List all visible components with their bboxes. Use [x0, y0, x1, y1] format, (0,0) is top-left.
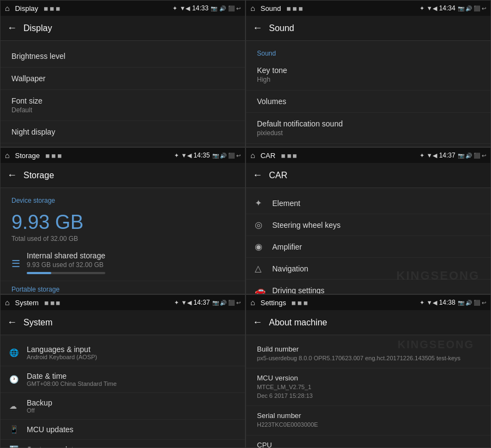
display-brightness-item[interactable]: Brightness level [1, 45, 245, 68]
car-amplifier-label: Amplifier [272, 243, 302, 251]
storage-size-section: 9.93 GB Total used of 32.00 GB [1, 207, 245, 247]
sound-content: Sound Key tone High Volumes Default noti… [246, 41, 490, 147]
system-backup-icon: ☁ [9, 402, 27, 410]
car-element-item[interactable]: ✦ Element [246, 192, 490, 214]
system-bluetooth-icon: ✦ [174, 299, 179, 306]
display-touchassist-item[interactable]: Touch Assistive [1, 143, 245, 147]
display-nav-title: Display [23, 23, 52, 33]
storage-internal-item[interactable]: ☰ Internal shared storage 9.93 GB used o… [1, 247, 245, 281]
about-misc-icons: 📷 🔊 ⬛ ↩ [458, 300, 486, 306]
car-amplifier-item[interactable]: ◉ Amplifier [246, 236, 490, 258]
car-status-title: CAR [260, 152, 275, 160]
display-status-bar: ⌂ Display ◼ ◼ ◼ ✦ ▼◀ 14:33 📷 🔊 ⬛ ↩ [1, 1, 245, 16]
about-nav-title: About machine [269, 318, 327, 328]
sound-section-header: Sound [246, 45, 490, 59]
system-language-item[interactable]: 🌐 Languages & input Android Keyboard (AO… [1, 340, 245, 366]
sound-keytone-sub: High [257, 76, 480, 83]
display-panel: ⌂ Display ◼ ◼ ◼ ✦ ▼◀ 14:33 📷 🔊 ⬛ ↩ ← Dis… [0, 0, 246, 147]
display-home-icon[interactable]: ⌂ [5, 4, 9, 13]
sound-panel: ⌂ Sound ◼ ◼ ◼ ✦ ▼◀ 14:34 📷 🔊 ⬛ ↩ ← Sound… [246, 0, 491, 147]
system-datetime-title: Date & time [27, 372, 117, 380]
system-status-title: System [15, 299, 38, 307]
system-content: 🌐 Languages & input Android Keyboard (AO… [1, 335, 245, 447]
system-status-bar: ⌂ System ◼ ◼ ◼ ✦ ▼◀ 14:37 📷 🔊 ⬛ ↩ [1, 295, 245, 310]
storage-internal-title: Internal shared storage [27, 251, 105, 260]
about-home-icon[interactable]: ⌂ [250, 298, 255, 307]
system-mcu-icon: 📱 [9, 425, 27, 434]
sound-home-icon[interactable]: ⌂ [250, 4, 255, 13]
car-amplifier-icon: ◉ [255, 241, 272, 252]
storage-time: 14:35 [194, 152, 210, 159]
about-serial-item: Serial number H223TKC0E0003000E [246, 406, 490, 435]
display-fontsize-item[interactable]: Font size Default [1, 90, 245, 121]
about-cpu-title: CPU [257, 441, 480, 447]
system-datetime-item[interactable]: 🕐 Date & time GMT+08:00 China Standard T… [1, 366, 245, 393]
system-panel: ⌂ System ◼ ◼ ◼ ✦ ▼◀ 14:37 📷 🔊 ⬛ ↩ ← Syst… [0, 294, 246, 448]
display-nightdisplay-title: Night display [11, 128, 234, 136]
about-serial-title: Serial number [257, 411, 480, 420]
about-bluetooth-icon: ✦ [420, 299, 424, 306]
sound-notif-item[interactable]: Default notification sound pixiedust [246, 113, 490, 144]
system-language-title: Languages & input [27, 345, 97, 354]
system-home-icon[interactable]: ⌂ [5, 298, 9, 307]
storage-device-label: Device storage [1, 192, 245, 207]
car-driving-item[interactable]: 🚗 Driving settings [246, 280, 490, 294]
car-back-button[interactable]: ← [253, 169, 262, 181]
sound-nav-bar: ← Sound [246, 16, 490, 41]
car-signal-icon: ▼◀ [427, 152, 437, 159]
about-serial-value: H223TKC0E0003000E [257, 421, 480, 429]
car-steering-icon: ◎ [255, 220, 272, 230]
car-navigation-icon: △ [255, 263, 272, 274]
system-datetime-sub: GMT+08:00 China Standard Time [27, 380, 117, 387]
display-nav-bar: ← Display [1, 16, 245, 41]
car-status-icons: ◼ ◼ ◼ [281, 153, 297, 159]
display-back-button[interactable]: ← [7, 22, 17, 34]
sound-nav-title: Sound [269, 23, 294, 33]
display-brightness-title: Brightness level [11, 52, 234, 60]
car-home-icon[interactable]: ⌂ [250, 151, 255, 160]
system-backup-item[interactable]: ☁ Backup Off [1, 393, 245, 420]
display-status-title: Display [15, 4, 38, 13]
system-mcu-item[interactable]: 📱 MCU updates [1, 420, 245, 440]
about-back-button[interactable]: ← [253, 317, 262, 328]
car-navigation-item[interactable]: △ Navigation [246, 258, 490, 280]
display-status-icons: ◼ ◼ ◼ [44, 5, 60, 11]
system-datetime-icon: 🕐 [9, 375, 27, 384]
storage-home-icon[interactable]: ⌂ [5, 151, 9, 160]
sound-notif-title: Default notification sound [257, 119, 480, 128]
system-back-button[interactable]: ← [7, 317, 17, 328]
about-cpu-item: CPU 8 core 64-bit CPU Coretex-A53 @ 1.5G [246, 435, 490, 447]
storage-back-button[interactable]: ← [7, 169, 17, 181]
system-updates-item[interactable]: 🔄 System updates [1, 440, 245, 447]
system-nav-bar: ← System [1, 310, 245, 335]
system-nav-title: System [23, 318, 52, 328]
storage-status-icons: ◼ ◼ ◼ [45, 153, 62, 159]
about-content: KINGSEONG Build number px5-userdebug 8.0… [246, 335, 490, 447]
display-wallpaper-item[interactable]: Wallpaper [1, 68, 245, 90]
system-updates-title: System updates [27, 445, 81, 447]
sound-volumes-item[interactable]: Volumes [246, 90, 490, 113]
display-nightdisplay-item[interactable]: Night display [1, 121, 245, 143]
sound-alarm-item[interactable]: Default alarm sound Alarm_Classic [246, 144, 490, 147]
car-nav-bar: ← CAR [246, 163, 490, 188]
storage-bar [27, 272, 51, 274]
about-status-title: Settings [260, 299, 286, 307]
about-panel: ⌂ Settings ◼ ◼ ◼ ✦ ▼◀ 14:38 📷 🔊 ⬛ ↩ ← Ab… [246, 294, 491, 448]
system-backup-sub: Off [27, 407, 52, 414]
car-bluetooth-icon: ✦ [420, 152, 424, 159]
sound-back-button[interactable]: ← [253, 22, 262, 34]
display-fontsize-sub: Default [11, 106, 234, 114]
car-element-icon: ✦ [255, 198, 272, 208]
sound-status-title: Sound [260, 4, 281, 13]
system-mcu-title: MCU updates [27, 425, 74, 434]
display-content: Brightness level Wallpaper Font size Def… [1, 41, 245, 147]
system-status-icons: ◼ ◼ ◼ [44, 300, 61, 306]
about-signal-icon: ▼◀ [427, 299, 437, 306]
about-time: 14:38 [439, 299, 456, 306]
sound-volumes-title: Volumes [257, 97, 480, 106]
system-language-icon: 🌐 [9, 348, 27, 357]
sound-keytone-item[interactable]: Key tone High [246, 59, 490, 90]
car-steering-item[interactable]: ◎ Steering wheel keys [246, 214, 490, 236]
sound-status-icons: ◼ ◼ ◼ [286, 5, 303, 11]
system-misc-icons: 📷 🔊 ⬛ ↩ [212, 300, 241, 306]
